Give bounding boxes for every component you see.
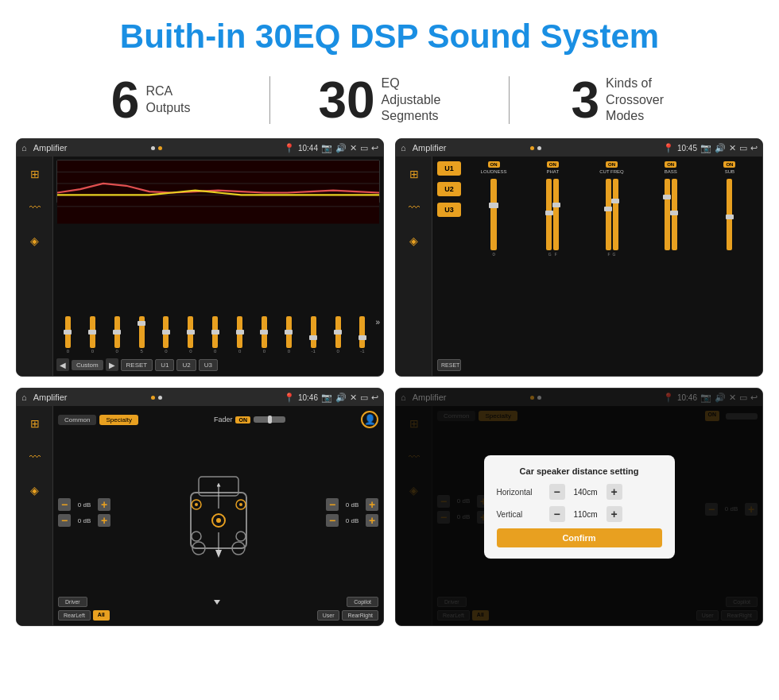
eq-u3-btn[interactable]: U3 <box>199 359 218 371</box>
fader-wave-icon[interactable]: 〰 <box>24 446 46 468</box>
x-icon: ✕ <box>350 143 357 153</box>
cross-screen-icon: ▭ <box>739 143 747 153</box>
sub-slider-1[interactable] <box>727 179 732 250</box>
cutfreq-on-badge[interactable]: ON <box>606 161 618 168</box>
eq-slider-2[interactable]: 0 <box>81 316 104 354</box>
cross-wave-icon[interactable]: 〰 <box>403 196 425 219</box>
fader-driver-btn[interactable]: Driver <box>58 597 87 607</box>
eq-wave-icon[interactable]: 〰 <box>24 196 46 219</box>
cross-back-icon: ↩ <box>750 143 758 153</box>
eq-slider-13[interactable]: -1 <box>351 316 374 354</box>
fader-plus-4[interactable]: + <box>366 514 378 527</box>
phat-label: PHAT <box>547 169 560 174</box>
eq-slider-11[interactable]: -1 <box>302 316 325 354</box>
eq-next-btn[interactable]: ▶ <box>106 358 118 371</box>
fader-on-badge[interactable]: ON <box>235 416 250 423</box>
fader-minus-4[interactable]: − <box>326 514 339 527</box>
u2-btn[interactable]: U2 <box>437 182 461 196</box>
dialog-confirm-button[interactable]: Confirm <box>497 528 662 547</box>
sub-on-badge[interactable]: ON <box>723 161 735 168</box>
location-icon: 📍 <box>284 143 295 153</box>
u3-btn[interactable]: U3 <box>437 203 461 217</box>
eq-expand-icon[interactable]: » <box>375 318 380 327</box>
fader-minus-1[interactable]: − <box>58 498 71 511</box>
phat-slider-f[interactable] <box>553 179 559 250</box>
specialty-tab[interactable]: Specialty <box>99 415 138 425</box>
loudness-on-badge[interactable]: ON <box>488 161 500 168</box>
eq-u2-btn[interactable]: U2 <box>176 359 196 371</box>
fader-user-btn[interactable]: User <box>317 610 340 621</box>
svg-point-13 <box>192 532 201 541</box>
fader-volume-icon: 🔊 <box>335 393 347 403</box>
fader-tabs: Common Specialty <box>58 415 138 425</box>
eq-time: 10:44 <box>298 144 318 153</box>
dialog-vertical-plus[interactable]: + <box>607 506 622 522</box>
eq-screen-card: ⌂ Amplifier 📍 10:44 📷 🔊 ✕ ▭ ↩ ⊞ 〰 ◈ <box>16 138 384 377</box>
eq-slider-6[interactable]: 0 <box>179 316 202 354</box>
fader-bottom-row: Driver Copilot <box>58 597 378 607</box>
eq-u1-btn[interactable]: U1 <box>155 359 174 371</box>
bass-slider-2[interactable] <box>672 179 677 250</box>
dot2 <box>158 146 162 150</box>
stats-row: 6 RCAOutputs 30 EQ AdjustableSegments 3 … <box>0 68 779 138</box>
eq-slider-3[interactable]: 0 <box>106 316 129 354</box>
eq-slider-1[interactable]: 0 <box>56 316 79 354</box>
fader-rearleft-btn[interactable]: RearLeft <box>58 610 91 621</box>
eq-graph <box>56 160 380 203</box>
dialog-vertical-minus[interactable]: − <box>549 506 565 522</box>
fader-person-icon[interactable]: 👤 <box>361 411 378 428</box>
fader-db-val-1: 0 dB <box>73 501 95 509</box>
dialog-screen-card: ⌂ Amplifier 📍 10:46 📷 🔊 ✕ ▭ ↩ ⊞ 〰 ◈ <box>395 388 763 626</box>
phat-on-badge[interactable]: ON <box>547 161 559 168</box>
dialog-horizontal-plus[interactable]: + <box>607 484 622 500</box>
u-buttons-col: U1 U2 U3 RESET <box>437 161 461 371</box>
dialog-horizontal-value: 140cm <box>570 488 602 497</box>
eq-custom-btn[interactable]: Custom <box>72 360 103 370</box>
loudness-slider-track[interactable] <box>490 179 497 250</box>
bass-slider-1[interactable] <box>665 179 670 250</box>
u1-btn[interactable]: U1 <box>437 161 461 176</box>
fader-speaker-icon[interactable]: ◈ <box>24 479 46 501</box>
cross-speaker-icon[interactable]: ◈ <box>403 230 425 252</box>
eq-slider-7[interactable]: 0 <box>203 316 227 354</box>
eq-tune-icon[interactable]: ⊞ <box>24 163 46 185</box>
eq-reset-btn[interactable]: RESET <box>121 359 153 371</box>
fader-plus-2[interactable]: + <box>98 514 110 527</box>
fader-track[interactable] <box>254 416 285 423</box>
eq-prev-btn[interactable]: ◀ <box>56 358 69 371</box>
fader-plus-1[interactable]: + <box>98 498 110 511</box>
eq-speaker-icon[interactable]: ◈ <box>24 230 46 252</box>
eq-slider-5[interactable]: 0 <box>155 316 178 354</box>
fader-minus-2[interactable]: − <box>58 514 71 527</box>
crossover-time: 10:45 <box>677 144 697 153</box>
cross-tune-icon[interactable]: ⊞ <box>403 163 425 185</box>
stat-eq: 30 EQ AdjustableSegments <box>286 75 492 126</box>
sub-control: ON SUB <box>702 161 758 371</box>
eq-slider-9[interactable]: 0 <box>253 316 276 354</box>
bass-on-badge[interactable]: ON <box>665 161 676 168</box>
fader-all-btn[interactable]: All <box>93 610 110 621</box>
eq-slider-4[interactable]: 5 <box>130 316 153 354</box>
fader-x-icon: ✕ <box>350 393 357 403</box>
dialog-horizontal-minus[interactable]: − <box>549 484 565 500</box>
loudness-control: ON LOUDNESS 0 <box>466 161 521 371</box>
fader-tune-icon[interactable]: ⊞ <box>24 412 46 435</box>
cross-reset-btn[interactable]: RESET <box>437 359 461 371</box>
fader-minus-3[interactable]: − <box>326 498 339 511</box>
phat-slider-g[interactable] <box>546 179 552 250</box>
eq-sidebar: ⊞ 〰 ◈ <box>17 157 53 376</box>
cutfreq-slider-f[interactable] <box>606 179 611 250</box>
crossover-main-area: U1 U2 U3 RESET ON LOUDNESS <box>432 157 762 376</box>
common-tab[interactable]: Common <box>58 415 96 425</box>
eq-slider-12[interactable]: 0 <box>327 316 350 354</box>
fader-body: − 0 dB + − 0 dB + <box>58 431 378 594</box>
eq-slider-8[interactable]: 0 <box>228 316 251 354</box>
eq-slider-10[interactable]: 0 <box>277 316 300 354</box>
fader-copilot-btn[interactable]: Copilot <box>347 597 378 607</box>
stat-divider-2 <box>509 76 510 124</box>
back-icon: ↩ <box>371 143 378 153</box>
fader-plus-3[interactable]: + <box>366 498 378 511</box>
fader-rearright-btn[interactable]: RearRight <box>342 610 378 621</box>
eq-inner-content: ⊞ 〰 ◈ <box>17 157 383 376</box>
cutfreq-slider-g[interactable] <box>613 179 618 250</box>
